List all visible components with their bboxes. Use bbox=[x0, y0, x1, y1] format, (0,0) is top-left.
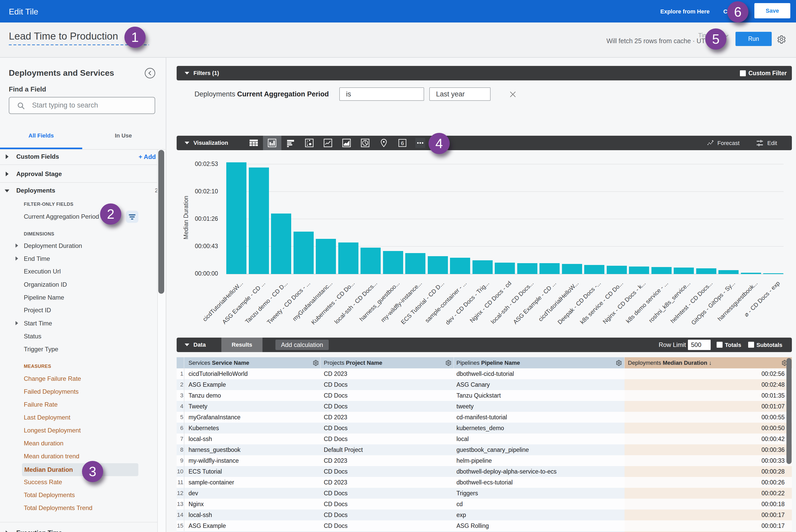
svg-text:6: 6 bbox=[401, 140, 404, 146]
